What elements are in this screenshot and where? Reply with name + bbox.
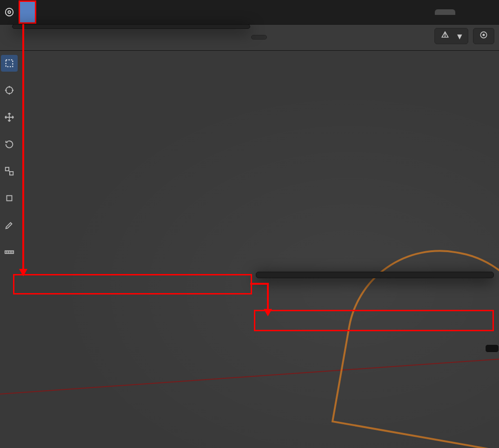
tool-transform[interactable] (1, 190, 18, 207)
svg-rect-8 (7, 196, 12, 201)
blender-logo-icon (3, 6, 16, 19)
pivot-dropdown[interactable] (473, 28, 494, 44)
svg-point-3 (483, 34, 484, 35)
tool-select-box[interactable] (1, 55, 18, 72)
tab-layout[interactable] (414, 9, 435, 15)
tool-rotate[interactable] (1, 136, 18, 153)
tab-modeling[interactable] (435, 9, 455, 15)
tool-cursor[interactable] (1, 82, 18, 99)
tool-shelf (0, 50, 20, 261)
object-interaction-mode[interactable] (251, 35, 267, 40)
menu-help[interactable] (81, 2, 96, 22)
svg-rect-4 (6, 60, 13, 67)
tool-measure[interactable] (1, 244, 18, 261)
svg-rect-7 (10, 172, 13, 175)
tab-uv[interactable] (476, 9, 496, 15)
orientation-icon (440, 30, 450, 42)
svg-point-0 (6, 8, 13, 16)
orientation-dropdown[interactable]: ▾ (434, 28, 468, 44)
menu-render[interactable] (51, 2, 66, 22)
svg-rect-6 (6, 167, 9, 171)
tool-move[interactable] (1, 109, 18, 126)
viewport-3d[interactable] (0, 50, 499, 448)
menu-window[interactable] (66, 2, 81, 22)
menu-edit[interactable] (36, 2, 51, 22)
menu-file[interactable] (19, 0, 36, 24)
tool-scale[interactable] (1, 163, 18, 180)
tab-sculpting[interactable] (455, 9, 476, 15)
tool-annotate[interactable] (1, 217, 18, 234)
chevron-down-icon: ▾ (457, 31, 462, 42)
pivot-icon (479, 30, 488, 42)
export-submenu (256, 272, 494, 278)
svg-point-1 (8, 11, 11, 13)
svg-point-5 (6, 87, 13, 94)
file-menu-dropdown (12, 24, 250, 29)
tooltip (485, 344, 499, 353)
workspace-tabs (414, 3, 496, 21)
